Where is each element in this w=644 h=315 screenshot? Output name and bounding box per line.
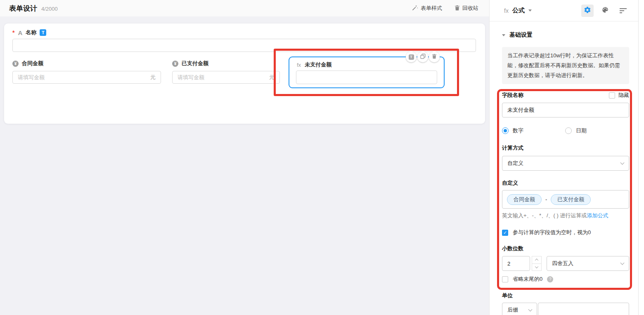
contract-amount-suffix: 元 [150,74,156,81]
trash-icon [432,54,437,60]
unpaid-amount-label-row: fx 未支付金额 [297,61,331,68]
title-badge-icon: T [40,29,46,36]
omit-trailing-zero-checkbox[interactable] [502,276,508,282]
type-number-radio-row[interactable]: 数字 [502,127,565,134]
empty-as-zero-label: 参与计算的字段值为空时，视为0 [513,229,591,236]
field-settings-panel: fx 公式 基础设置 当工作表记录超过10 [489,0,644,315]
chevron-down-icon [528,308,533,312]
type-date-radio-row[interactable]: 日期 [565,127,587,134]
unit-position-value: 后缀 [507,306,518,314]
form-design-topbar: 表单设计 4/2000 表单样式 回收站 [0,0,489,16]
recycle-bin-button[interactable]: 回收站 [455,5,478,12]
calc-method-value: 自定义 [507,160,523,167]
palette-icon [601,6,609,15]
chevron-down-icon [535,265,538,268]
unpaid-amount-label: 未支付金额 [305,61,331,68]
name-field-label-row: * A 名称 T [12,29,46,36]
help-icon[interactable]: ? [547,276,553,282]
panel-header: fx 公式 [490,0,638,21]
delete-field-button[interactable] [429,52,440,62]
recycle-bin-label: 回收站 [462,5,478,12]
paid-amount-label: 已支付金额 [182,60,208,67]
date-radio[interactable] [565,127,572,134]
field-count: 4/2000 [41,6,58,12]
contract-amount-label: 合同金额 [22,60,43,67]
field-type-dropdown[interactable]: fx 公式 [504,7,532,14]
empty-as-zero-checkbox-row[interactable]: ✓ 参与计算的字段值为空时，视为0 [502,229,591,236]
form-canvas: * A 名称 T ¥ 合同金额 请填写金额 元 ¥ 已支付金额 请填写金额 元 … [4,24,485,124]
rounding-value: 四舍五入 [552,260,573,267]
copy-field-button[interactable] [417,52,428,62]
hide-label: 隐藏 [618,92,629,99]
unit-position-select[interactable]: 后缀 [502,303,537,315]
field-name-label: 字段名称 [502,92,523,99]
formula-chip-paid-amount[interactable]: 已支付金额 [551,194,591,205]
style-tab-button[interactable] [599,5,611,17]
paid-amount-suffix: 元 [269,74,275,81]
panel-scrollbar-track[interactable] [638,0,639,315]
logic-tab-button[interactable] [617,5,629,17]
date-radio-label: 日期 [576,127,587,134]
align-lines-icon [620,7,627,14]
chevron-up-icon [535,259,538,262]
basic-settings-title: 基础设置 [509,31,533,39]
decimal-places-input[interactable] [502,256,530,271]
unit-label: 单位 [502,292,513,299]
field-title-button[interactable]: T [406,52,417,62]
unit-text-input[interactable] [538,303,629,315]
required-asterisk: * [12,29,14,36]
custom-formula-label: 自定义 [502,179,518,187]
hide-field-checkbox-row[interactable]: 隐藏 [609,92,629,99]
title-icon: T [409,54,414,60]
paid-amount-placeholder: 请填写金额 [178,74,204,81]
contract-amount-label-row: ¥ 合同金额 [12,60,43,67]
stepper-up-button[interactable] [532,256,542,264]
add-formula-link[interactable]: 添加公式 [587,212,608,219]
calc-method-select[interactable]: 自定义 [502,156,629,171]
contract-amount-placeholder: 请填写金额 [18,74,45,81]
settings-tab-button[interactable] [581,5,594,17]
number-radio-label: 数字 [513,127,523,134]
unpaid-amount-field-selected[interactable]: T fx 未支付金额 [289,56,445,88]
gear-icon [584,6,591,15]
hide-checkbox[interactable] [609,92,615,99]
page-title: 表单设计 [9,4,37,13]
performance-notice: 当工作表记录超过10w行时，为保证工作表性能，修改配置后将不再刷新历史数据。如果… [502,47,629,84]
formula-chip-contract-amount[interactable]: 合同金额 [507,194,542,205]
name-field-label: 名称 [26,29,36,36]
formula-hint-row: 英文输入+、-、*、/、( ) 进行运算或添加公式 [502,212,608,219]
form-style-label: 表单样式 [421,5,442,12]
magic-wand-icon [412,5,418,12]
unpaid-amount-input[interactable] [296,71,437,84]
collapse-triangle-icon [502,34,505,36]
text-field-icon: A [18,29,22,36]
decimal-stepper [532,256,542,271]
calc-method-label: 计算方式 [502,144,523,152]
fx-icon: fx [297,62,301,68]
basic-settings-section-toggle[interactable]: 基础设置 [502,31,533,39]
trash-icon [455,5,460,12]
chevron-down-icon [528,9,532,12]
decimal-places-label: 小数位数 [502,245,523,252]
field-type-title: 公式 [512,7,525,14]
paid-amount-label-row: ¥ 已支付金额 [172,60,208,67]
number-radio[interactable] [502,127,509,134]
field-action-buttons: T [406,52,440,62]
formula-operator: - [545,196,547,202]
name-field-input[interactable] [12,39,476,52]
currency-icon: ¥ [12,61,19,67]
field-name-input[interactable] [502,103,629,118]
omit-trailing-zero-label: 省略末尾的0 [513,275,542,283]
paid-amount-input[interactable]: 请填写金额 元 [172,71,280,84]
chevron-down-icon [620,161,625,165]
copy-icon [420,54,426,60]
contract-amount-input[interactable]: 请填写金额 元 [12,71,161,84]
formula-hint-text: 英文输入+、-、*、/、( ) 进行运算或 [502,212,587,219]
form-style-button[interactable]: 表单样式 [412,5,442,12]
rounding-select[interactable]: 四舍五入 [547,256,629,271]
stepper-down-button[interactable] [532,264,542,271]
empty-as-zero-checkbox[interactable]: ✓ [502,230,508,236]
currency-icon: ¥ [172,61,178,67]
omit-trailing-zero-row[interactable]: 省略末尾的0 ? [502,275,553,283]
formula-editor[interactable]: 合同金额 - 已支付金额 [502,190,629,209]
